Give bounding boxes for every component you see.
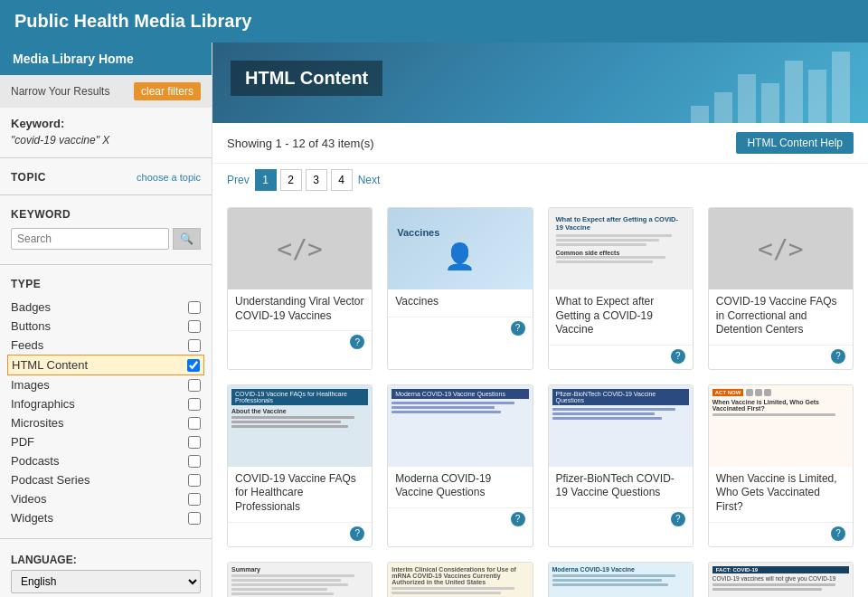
media-card-6[interactable]: Pfizer-BioNTech COVID-19 Vaccine Questio…: [548, 384, 693, 547]
language-section: LANGUAGE: English Spanish French: [0, 546, 212, 597]
clear-filters-button[interactable]: clear filters: [134, 82, 201, 100]
media-card-3[interactable]: </> COVID-19 Vaccine FAQs in Correctiona…: [708, 207, 854, 370]
type-item-videos[interactable]: Videos: [11, 489, 201, 508]
type-checkbox-8[interactable]: [188, 455, 201, 468]
type-checkbox-2[interactable]: [188, 339, 201, 352]
type-item-podcast-series[interactable]: Podcast Series: [11, 470, 201, 489]
card-footer-2: ?: [549, 345, 693, 369]
keyword-value: "covid-19 vaccine" X: [11, 134, 201, 147]
search-button[interactable]: 🔍: [173, 228, 201, 250]
card-footer-4: ?: [228, 522, 372, 546]
media-card-11[interactable]: FACT: COVID-19 COVID-19 vaccines will no…: [708, 562, 854, 597]
type-checkbox-5[interactable]: [188, 398, 201, 411]
keyword-label: Keyword:: [11, 117, 201, 130]
html-content-help-button[interactable]: HTML Content Help: [736, 132, 854, 154]
type-checkbox-10[interactable]: [188, 493, 201, 506]
type-item-buttons[interactable]: Buttons: [11, 317, 201, 336]
page-4-button[interactable]: 4: [331, 169, 353, 191]
card-help-3[interactable]: ?: [831, 349, 845, 364]
type-checkbox-4[interactable]: [188, 379, 201, 392]
type-checkbox-9[interactable]: [188, 474, 201, 487]
media-card-4[interactable]: COVID-19 Vaccine FAQs for Healthcare Pro…: [227, 384, 373, 547]
type-checkbox-0[interactable]: [188, 301, 201, 314]
app-header: Public Health Media Library: [0, 0, 868, 43]
search-input[interactable]: [11, 228, 169, 250]
card-title-1: Vaccines: [388, 289, 532, 317]
media-card-8[interactable]: Summary Allergic Reactions Including Ana…: [227, 562, 373, 597]
type-checkbox-7[interactable]: [188, 436, 201, 449]
type-item-microsites[interactable]: Microsites: [11, 413, 201, 432]
sidebar-home-link[interactable]: Media Library Home: [0, 43, 212, 75]
media-card-10[interactable]: Moderna COVID-19 Vaccine Moderna COVID-1…: [548, 562, 693, 597]
card-title-3: COVID-19 Vaccine FAQs in Correctional an…: [709, 289, 853, 345]
type-section-header: TYPE: [0, 272, 212, 294]
card-help-7[interactable]: ?: [831, 526, 845, 541]
card-footer-6: ?: [549, 507, 693, 532]
type-checkbox-6[interactable]: [188, 417, 201, 430]
prev-label[interactable]: Prev: [227, 174, 250, 186]
card-footer-0: ?: [228, 330, 372, 355]
page-2-button[interactable]: 2: [280, 169, 302, 191]
choose-topic-link[interactable]: choose a topic: [137, 172, 201, 183]
media-card-2[interactable]: What to Expect after Getting a COVID-19 …: [548, 207, 693, 370]
card-title-2: What to Expect after Getting a COVID-19 …: [549, 289, 693, 345]
type-checkbox-1[interactable]: [188, 320, 201, 333]
card-help-0[interactable]: ?: [350, 335, 364, 349]
card-title-5: Moderna COVID-19 Vaccine Questions: [388, 467, 532, 507]
sidebar: Media Library Home Narrow Your Results c…: [0, 43, 212, 597]
card-help-4[interactable]: ?: [350, 526, 364, 541]
type-checkbox-11[interactable]: [188, 512, 201, 525]
type-item-feeds[interactable]: Feeds: [11, 336, 201, 355]
results-bar: Showing 1 - 12 of 43 item(s) HTML Conten…: [212, 123, 868, 164]
keyword-section-header: KEYWORD: [0, 203, 212, 224]
results-count: Showing 1 - 12 of 43 item(s): [227, 137, 374, 150]
keyword-section: Keyword: "covid-19 vaccine" X: [0, 108, 212, 150]
content-section-title: HTML Content: [231, 61, 382, 96]
language-label: LANGUAGE:: [11, 554, 201, 566]
type-item-podcasts[interactable]: Podcasts: [11, 451, 201, 470]
content-header: HTML Content: [212, 43, 868, 123]
card-help-5[interactable]: ?: [511, 512, 525, 526]
media-grid: </> Understanding Viral Vector COVID-19 …: [212, 196, 868, 597]
topic-label: TOPIC: [11, 171, 46, 184]
pagination: Prev 1 2 3 4 Next: [212, 164, 868, 196]
card-title-6: Pfizer-BioNTech COVID-19 Vaccine Questio…: [549, 467, 693, 507]
type-item-widgets[interactable]: Widgets: [11, 508, 201, 527]
language-select[interactable]: English Spanish French: [11, 570, 201, 593]
card-title-7: When Vaccine is Limited, Who Gets Vaccin…: [709, 467, 853, 522]
type-item-infographics[interactable]: Infographics: [11, 394, 201, 413]
narrow-label: Narrow Your Results: [11, 85, 109, 98]
media-card-9[interactable]: Interim Clinical Considerations for Use …: [387, 562, 533, 597]
media-card-1[interactable]: Vaccines 👤 Vaccines ?: [387, 207, 533, 370]
type-item-pdf[interactable]: PDF: [11, 432, 201, 451]
type-item-images[interactable]: Images: [11, 375, 201, 394]
type-filter-list: Badges Buttons Feeds HTML Content Images…: [0, 294, 212, 531]
page-1-button[interactable]: 1: [255, 169, 277, 191]
card-help-1[interactable]: ?: [511, 321, 525, 336]
next-label[interactable]: Next: [358, 174, 381, 186]
app-title: Public Health Media Library: [14, 11, 251, 31]
card-footer-3: ?: [709, 345, 853, 369]
card-help-6[interactable]: ?: [671, 512, 685, 526]
header-bars-decoration: [691, 52, 850, 123]
media-card-7[interactable]: ACT NOW When Vaccine is Limited, Who Get…: [708, 384, 854, 547]
type-item-badges[interactable]: Badges: [11, 298, 201, 317]
media-card-0[interactable]: </> Understanding Viral Vector COVID-19 …: [227, 207, 373, 370]
card-title-0: Understanding Viral Vector COVID-19 Vacc…: [228, 289, 372, 330]
keyword-section-label: KEYWORD: [11, 208, 71, 221]
main-content: HTML Content Showing 1 - 12 of 43 item(s…: [212, 43, 868, 597]
narrow-results-bar: Narrow Your Results clear filters: [0, 75, 212, 108]
card-help-2[interactable]: ?: [671, 349, 685, 364]
page-3-button[interactable]: 3: [306, 169, 327, 191]
card-footer-1: ?: [388, 317, 532, 341]
card-title-4: COVID-19 Vaccine FAQs for Healthcare Pro…: [228, 467, 372, 522]
type-checkbox-3[interactable]: [187, 359, 200, 372]
search-row: 🔍: [0, 224, 212, 257]
card-footer-5: ?: [388, 507, 532, 532]
card-footer-7: ?: [709, 522, 853, 546]
media-card-5[interactable]: Moderna COVID-19 Vaccine Questions Moder…: [387, 384, 533, 547]
type-item-html-content[interactable]: HTML Content: [7, 355, 204, 375]
topic-section-header: TOPIC choose a topic: [0, 166, 212, 187]
type-label: TYPE: [11, 278, 41, 290]
